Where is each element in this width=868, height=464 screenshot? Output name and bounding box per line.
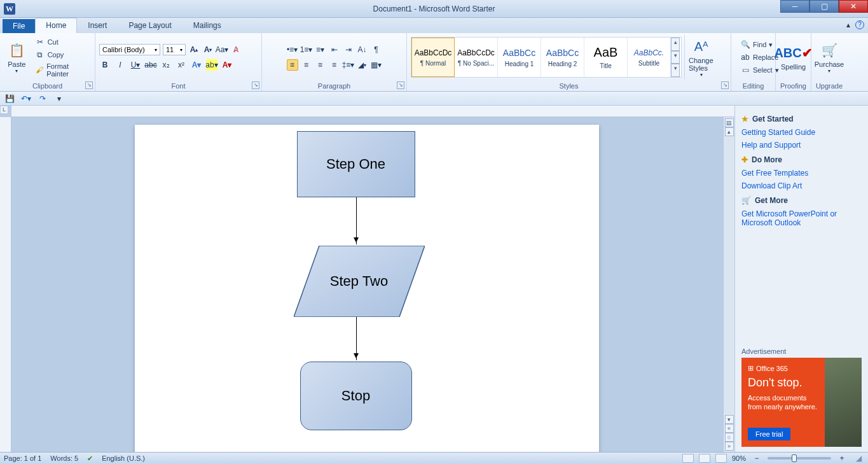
select-button[interactable]: ▭Select ▾ — [738, 64, 782, 76]
strikethrough-button[interactable]: abc — [145, 59, 156, 71]
grow-font-button[interactable]: A▴ — [188, 44, 200, 55]
tab-file[interactable]: File — [3, 19, 35, 33]
getting-started-link[interactable]: Getting Started Guide — [741, 128, 862, 137]
flowchart-terminator-shape[interactable]: Stop — [300, 362, 412, 430]
tab-home[interactable]: Home — [35, 18, 77, 33]
page[interactable]: Step One Step Two Stop — [135, 125, 599, 452]
web-layout-view-button[interactable] — [715, 454, 727, 463]
resize-grip[interactable]: ◢ — [853, 453, 864, 464]
change-case-button[interactable]: Aa▾ — [216, 44, 228, 55]
ruler-corner[interactable]: L — [0, 106, 8, 114]
zoom-level[interactable]: 90% — [732, 454, 746, 462]
clear-formatting-button[interactable]: A̷ — [230, 44, 242, 55]
horizontal-ruler[interactable] — [11, 106, 734, 117]
decrease-indent-button[interactable]: ⇤ — [329, 44, 340, 55]
cut-button[interactable]: ✂Cut — [32, 36, 91, 48]
tab-insert[interactable]: Insert — [77, 18, 118, 33]
change-styles-button[interactable]: Aᴬ Change Styles▾ — [687, 35, 715, 80]
font-name-combo[interactable]: Calibri (Body)▾ — [99, 44, 160, 55]
text-effects-button[interactable]: A▾ — [191, 59, 202, 71]
tab-page-layout[interactable]: Page Layout — [118, 18, 182, 33]
language-indicator[interactable]: English (U.S.) — [102, 454, 145, 462]
proofing-status-icon[interactable]: ✔ — [87, 454, 93, 463]
document-area[interactable]: Step One Step Two Stop — [11, 117, 722, 452]
flowchart-process-shape[interactable]: Step One — [297, 131, 415, 197]
style-heading-1[interactable]: AaBbCcHeading 1 — [498, 38, 541, 77]
styles-more-button[interactable]: ▾ — [671, 64, 680, 77]
highlight-button[interactable]: ab▾ — [206, 59, 217, 71]
style-title[interactable]: AaBTitle — [584, 38, 628, 77]
align-center-button[interactable]: ≡ — [301, 59, 312, 71]
free-trial-button[interactable]: Free trial — [748, 428, 790, 440]
align-right-button[interactable]: ≡ — [315, 59, 326, 71]
style-no-spacing[interactable]: AaBbCcDc¶ No Spaci... — [455, 38, 498, 77]
copy-button[interactable]: ⧉Copy — [32, 49, 91, 60]
font-size-combo[interactable]: 11▾ — [163, 44, 186, 55]
style-normal[interactable]: AaBbCcDc¶ Normal — [411, 38, 455, 77]
minimize-ribbon-button[interactable]: ▴ — [846, 20, 850, 29]
align-left-button[interactable]: ≡ — [287, 59, 298, 71]
flowchart-data-shape[interactable]: Step Two — [294, 246, 425, 317]
paragraph-dialog-launcher[interactable]: ↘ — [397, 81, 404, 89]
subscript-button[interactable]: x₂ — [160, 59, 172, 71]
maximize-button[interactable]: ▢ — [809, 0, 839, 13]
bold-button[interactable]: B — [99, 59, 111, 71]
borders-button[interactable]: ▦▾ — [371, 59, 382, 71]
tab-mailings[interactable]: Mailings — [183, 18, 232, 33]
shading-button[interactable]: ◢▾ — [357, 59, 368, 71]
zoom-slider[interactable] — [768, 457, 831, 460]
save-button[interactable]: 💾 — [4, 93, 15, 104]
page-indicator[interactable]: Page: 1 of 1 — [4, 454, 41, 462]
scroll-up-button[interactable]: ▴ — [725, 127, 734, 136]
minimize-button[interactable]: ─ — [780, 0, 809, 13]
clipboard-dialog-launcher[interactable]: ↘ — [85, 81, 93, 89]
word-count[interactable]: Words: 5 — [50, 454, 78, 462]
style-heading-2[interactable]: AaBbCcHeading 2 — [541, 38, 584, 77]
italic-button[interactable]: I — [114, 59, 126, 71]
vertical-scrollbar[interactable]: ▤ ▴ ▾ « ○ » — [723, 117, 734, 452]
connector-arrow-2[interactable] — [356, 317, 357, 360]
spelling-button[interactable]: ABC✔ Spelling — [780, 41, 807, 73]
browse-object-button[interactable]: ○ — [725, 433, 734, 442]
zoom-in-button[interactable]: + — [836, 453, 848, 464]
next-page-button[interactable]: » — [725, 442, 734, 451]
multilevel-list-button[interactable]: ≡▾ — [315, 44, 326, 55]
styles-dialog-launcher[interactable]: ↘ — [721, 81, 729, 89]
paste-button[interactable]: 📋 Paste▾ — [4, 39, 30, 76]
show-hide-button[interactable]: ¶ — [371, 44, 382, 55]
templates-link[interactable]: Get Free Templates — [741, 169, 862, 178]
styles-gallery[interactable]: AaBbCcDc¶ Normal AaBbCcDc¶ No Spaci... A… — [411, 37, 682, 78]
superscript-button[interactable]: x² — [176, 59, 187, 71]
get-office-link[interactable]: Get Microsoft PowerPoint or Microsoft Ou… — [741, 209, 862, 227]
close-button[interactable]: ✕ — [839, 0, 868, 13]
font-dialog-launcher[interactable]: ↘ — [252, 81, 259, 89]
sort-button[interactable]: A↓ — [357, 44, 368, 55]
redo-button[interactable]: ↷ — [37, 93, 48, 104]
prev-page-button[interactable]: « — [725, 424, 734, 433]
advertisement[interactable]: ⊞Office 365 Don't stop. Access documents… — [741, 358, 862, 447]
undo-button[interactable]: ↶▾ — [20, 93, 32, 104]
line-spacing-button[interactable]: ‡≡▾ — [343, 59, 354, 71]
help-button[interactable]: ? — [855, 20, 864, 29]
numbering-button[interactable]: 1≡▾ — [301, 44, 312, 55]
styles-down-button[interactable]: ▾ — [671, 51, 680, 64]
style-subtitle[interactable]: AaBbCc.Subtitle — [628, 38, 671, 77]
font-color-button[interactable]: A▾ — [221, 59, 233, 71]
underline-button[interactable]: U▾ — [130, 59, 141, 71]
purchase-button[interactable]: 🛒 Purchase▾ — [815, 39, 843, 76]
print-layout-view-button[interactable] — [682, 454, 694, 463]
vertical-ruler[interactable] — [0, 117, 11, 452]
help-support-link[interactable]: Help and Support — [741, 141, 862, 150]
connector-arrow-1[interactable] — [356, 197, 357, 244]
scroll-down-button[interactable]: ▾ — [725, 415, 734, 424]
qat-customize-button[interactable]: ▾ — [53, 93, 65, 104]
format-painter-button[interactable]: 🖌Format Painter — [32, 62, 91, 78]
full-screen-view-button[interactable] — [699, 454, 710, 463]
shrink-font-button[interactable]: A▾ — [202, 44, 214, 55]
justify-button[interactable]: ≡ — [329, 59, 340, 71]
increase-indent-button[interactable]: ⇥ — [343, 44, 354, 55]
bullets-button[interactable]: •≡▾ — [287, 44, 298, 55]
clipart-link[interactable]: Download Clip Art — [741, 181, 862, 190]
ruler-toggle-button[interactable]: ▤ — [725, 118, 734, 127]
zoom-out-button[interactable]: − — [751, 453, 762, 464]
